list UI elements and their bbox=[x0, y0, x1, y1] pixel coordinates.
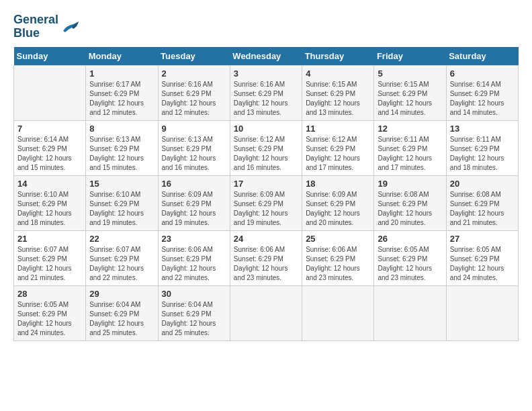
day-info: Sunrise: 6:04 AM Sunset: 6:29 PM Dayligh… bbox=[162, 300, 226, 338]
day-header-saturday: Saturday bbox=[446, 47, 518, 66]
calendar-week-row: 28Sunrise: 6:05 AM Sunset: 6:29 PM Dayli… bbox=[14, 285, 519, 340]
day-info: Sunrise: 6:13 AM Sunset: 6:29 PM Dayligh… bbox=[162, 135, 226, 173]
day-number: 17 bbox=[234, 179, 298, 189]
calendar-cell: 26Sunrise: 6:05 AM Sunset: 6:29 PM Dayli… bbox=[374, 230, 446, 285]
calendar-cell: 9Sunrise: 6:13 AM Sunset: 6:29 PM Daylig… bbox=[158, 120, 230, 175]
day-info: Sunrise: 6:17 AM Sunset: 6:29 PM Dayligh… bbox=[89, 80, 154, 118]
day-number: 30 bbox=[162, 289, 226, 299]
calendar-cell: 28Sunrise: 6:05 AM Sunset: 6:29 PM Dayli… bbox=[14, 285, 86, 340]
day-number: 25 bbox=[306, 234, 370, 244]
calendar-cell: 25Sunrise: 6:06 AM Sunset: 6:29 PM Dayli… bbox=[302, 230, 374, 285]
day-number: 22 bbox=[89, 234, 154, 244]
calendar-cell: 18Sunrise: 6:09 AM Sunset: 6:29 PM Dayli… bbox=[302, 175, 374, 230]
calendar-cell: 15Sunrise: 6:10 AM Sunset: 6:29 PM Dayli… bbox=[86, 175, 158, 230]
calendar-cell: 7Sunrise: 6:14 AM Sunset: 6:29 PM Daylig… bbox=[14, 120, 86, 175]
calendar-week-row: 7Sunrise: 6:14 AM Sunset: 6:29 PM Daylig… bbox=[14, 120, 519, 175]
day-number: 12 bbox=[378, 124, 442, 134]
day-info: Sunrise: 6:14 AM Sunset: 6:29 PM Dayligh… bbox=[450, 80, 515, 118]
day-number: 2 bbox=[162, 68, 226, 79]
calendar-cell: 14Sunrise: 6:10 AM Sunset: 6:29 PM Dayli… bbox=[14, 175, 86, 230]
day-info: Sunrise: 6:07 AM Sunset: 6:29 PM Dayligh… bbox=[89, 245, 154, 283]
day-number: 27 bbox=[450, 234, 515, 244]
day-info: Sunrise: 6:06 AM Sunset: 6:29 PM Dayligh… bbox=[234, 245, 298, 283]
day-info: Sunrise: 6:05 AM Sunset: 6:29 PM Dayligh… bbox=[450, 245, 515, 283]
calendar-cell: 13Sunrise: 6:11 AM Sunset: 6:29 PM Dayli… bbox=[446, 120, 518, 175]
calendar-cell: 10Sunrise: 6:12 AM Sunset: 6:29 PM Dayli… bbox=[230, 120, 302, 175]
calendar-cell: 20Sunrise: 6:08 AM Sunset: 6:29 PM Dayli… bbox=[446, 175, 518, 230]
logo-text: General Blue bbox=[13, 13, 58, 40]
day-info: Sunrise: 6:08 AM Sunset: 6:29 PM Dayligh… bbox=[450, 190, 515, 228]
calendar-week-row: 1Sunrise: 6:17 AM Sunset: 6:29 PM Daylig… bbox=[14, 65, 519, 120]
logo: General Blue bbox=[13, 13, 80, 40]
day-info: Sunrise: 6:12 AM Sunset: 6:29 PM Dayligh… bbox=[306, 135, 370, 173]
calendar-cell: 22Sunrise: 6:07 AM Sunset: 6:29 PM Dayli… bbox=[86, 230, 158, 285]
day-info: Sunrise: 6:10 AM Sunset: 6:29 PM Dayligh… bbox=[89, 190, 154, 228]
day-info: Sunrise: 6:16 AM Sunset: 6:29 PM Dayligh… bbox=[234, 80, 298, 118]
calendar-cell: 6Sunrise: 6:14 AM Sunset: 6:29 PM Daylig… bbox=[446, 65, 518, 120]
day-info: Sunrise: 6:13 AM Sunset: 6:29 PM Dayligh… bbox=[89, 135, 154, 173]
calendar-cell: 30Sunrise: 6:04 AM Sunset: 6:29 PM Dayli… bbox=[158, 285, 230, 340]
calendar-cell: 17Sunrise: 6:09 AM Sunset: 6:29 PM Dayli… bbox=[230, 175, 302, 230]
calendar-cell: 27Sunrise: 6:05 AM Sunset: 6:29 PM Dayli… bbox=[446, 230, 518, 285]
day-header-friday: Friday bbox=[374, 47, 446, 66]
day-info: Sunrise: 6:08 AM Sunset: 6:29 PM Dayligh… bbox=[378, 190, 442, 228]
day-number: 5 bbox=[378, 68, 442, 79]
day-info: Sunrise: 6:10 AM Sunset: 6:29 PM Dayligh… bbox=[17, 190, 82, 228]
day-info: Sunrise: 6:12 AM Sunset: 6:29 PM Dayligh… bbox=[234, 135, 298, 173]
calendar-cell bbox=[302, 285, 374, 340]
day-header-tuesday: Tuesday bbox=[158, 47, 230, 66]
day-number: 15 bbox=[89, 179, 154, 189]
day-number: 14 bbox=[17, 179, 82, 189]
calendar-cell: 21Sunrise: 6:07 AM Sunset: 6:29 PM Dayli… bbox=[14, 230, 86, 285]
day-number: 11 bbox=[306, 124, 370, 134]
day-header-wednesday: Wednesday bbox=[230, 47, 302, 66]
day-info: Sunrise: 6:04 AM Sunset: 6:29 PM Dayligh… bbox=[89, 300, 154, 338]
day-info: Sunrise: 6:15 AM Sunset: 6:29 PM Dayligh… bbox=[306, 80, 370, 118]
day-info: Sunrise: 6:11 AM Sunset: 6:29 PM Dayligh… bbox=[450, 135, 515, 173]
calendar-cell: 3Sunrise: 6:16 AM Sunset: 6:29 PM Daylig… bbox=[230, 65, 302, 120]
calendar-cell: 24Sunrise: 6:06 AM Sunset: 6:29 PM Dayli… bbox=[230, 230, 302, 285]
day-info: Sunrise: 6:09 AM Sunset: 6:29 PM Dayligh… bbox=[234, 190, 298, 228]
day-info: Sunrise: 6:07 AM Sunset: 6:29 PM Dayligh… bbox=[17, 245, 82, 283]
calendar-cell: 4Sunrise: 6:15 AM Sunset: 6:29 PM Daylig… bbox=[302, 65, 374, 120]
calendar-header-row: SundayMondayTuesdayWednesdayThursdayFrid… bbox=[14, 47, 519, 66]
day-header-monday: Monday bbox=[86, 47, 158, 66]
day-number: 13 bbox=[450, 124, 515, 134]
day-number: 1 bbox=[89, 68, 154, 79]
day-number: 10 bbox=[234, 124, 298, 134]
calendar-cell: 19Sunrise: 6:08 AM Sunset: 6:29 PM Dayli… bbox=[374, 175, 446, 230]
day-number: 21 bbox=[17, 234, 82, 244]
day-number: 3 bbox=[234, 68, 298, 79]
day-number: 20 bbox=[450, 179, 515, 189]
day-number: 4 bbox=[306, 68, 370, 79]
calendar-cell: 5Sunrise: 6:15 AM Sunset: 6:29 PM Daylig… bbox=[374, 65, 446, 120]
logo-bird-icon bbox=[60, 19, 80, 35]
day-number: 28 bbox=[17, 289, 82, 299]
calendar-cell: 8Sunrise: 6:13 AM Sunset: 6:29 PM Daylig… bbox=[86, 120, 158, 175]
day-info: Sunrise: 6:05 AM Sunset: 6:29 PM Dayligh… bbox=[17, 300, 82, 338]
calendar-cell: 2Sunrise: 6:16 AM Sunset: 6:29 PM Daylig… bbox=[158, 65, 230, 120]
day-info: Sunrise: 6:11 AM Sunset: 6:29 PM Dayligh… bbox=[378, 135, 442, 173]
calendar-cell: 16Sunrise: 6:09 AM Sunset: 6:29 PM Dayli… bbox=[158, 175, 230, 230]
day-header-thursday: Thursday bbox=[302, 47, 374, 66]
day-number: 19 bbox=[378, 179, 442, 189]
day-info: Sunrise: 6:06 AM Sunset: 6:29 PM Dayligh… bbox=[306, 245, 370, 283]
calendar-cell: 12Sunrise: 6:11 AM Sunset: 6:29 PM Dayli… bbox=[374, 120, 446, 175]
day-info: Sunrise: 6:05 AM Sunset: 6:29 PM Dayligh… bbox=[378, 245, 442, 283]
calendar-cell: 29Sunrise: 6:04 AM Sunset: 6:29 PM Dayli… bbox=[86, 285, 158, 340]
day-header-sunday: Sunday bbox=[14, 47, 86, 66]
day-number: 16 bbox=[162, 179, 226, 189]
page-header: General Blue bbox=[13, 13, 519, 40]
day-number: 18 bbox=[306, 179, 370, 189]
day-number: 29 bbox=[89, 289, 154, 299]
calendar-cell bbox=[14, 65, 86, 120]
day-info: Sunrise: 6:15 AM Sunset: 6:29 PM Dayligh… bbox=[378, 80, 442, 118]
day-number: 8 bbox=[89, 124, 154, 134]
day-info: Sunrise: 6:14 AM Sunset: 6:29 PM Dayligh… bbox=[17, 135, 82, 173]
day-info: Sunrise: 6:06 AM Sunset: 6:29 PM Dayligh… bbox=[162, 245, 226, 283]
calendar-cell: 23Sunrise: 6:06 AM Sunset: 6:29 PM Dayli… bbox=[158, 230, 230, 285]
day-number: 7 bbox=[17, 124, 82, 134]
day-number: 24 bbox=[234, 234, 298, 244]
calendar-week-row: 21Sunrise: 6:07 AM Sunset: 6:29 PM Dayli… bbox=[14, 230, 519, 285]
calendar-table: SundayMondayTuesdayWednesdayThursdayFrid… bbox=[13, 47, 519, 341]
